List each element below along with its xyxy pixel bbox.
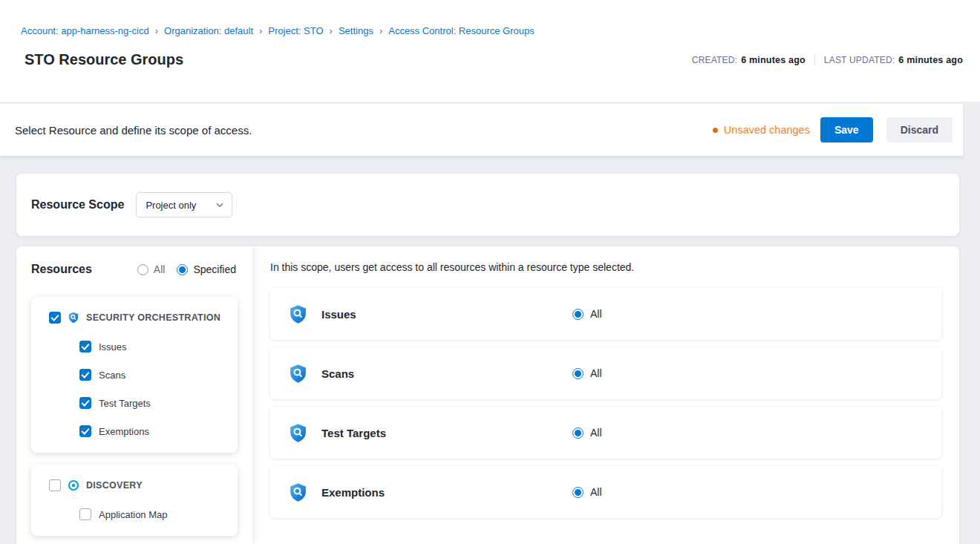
access-description: In this scope, users get access to all r… <box>270 261 941 273</box>
toolbar: Select Resource and define its scope of … <box>0 104 963 156</box>
issues-label: Issues <box>99 341 127 353</box>
sto-shield-icon <box>288 423 308 443</box>
sto-shield-icon <box>288 304 308 324</box>
last-updated-label: LAST UPDATED: <box>824 55 895 65</box>
access-all-label: All <box>590 427 602 439</box>
page-title: STO Resource Groups <box>24 51 183 68</box>
resources-title: Resources <box>31 263 92 276</box>
specified-radio[interactable] <box>177 264 188 275</box>
sto-shield-icon <box>68 312 79 324</box>
access-panel: In this scope, users get access to all r… <box>252 246 959 544</box>
breadcrumb-organization-link[interactable]: Organization: default <box>164 25 253 36</box>
resource-row-label: Issues <box>321 308 572 321</box>
exemptions-checkbox[interactable] <box>79 425 91 437</box>
resource-row-test-targets: Test Targets All <box>270 407 941 459</box>
sto-shield-icon <box>288 482 308 502</box>
resources-panel: Resources All Specified <box>16 246 252 544</box>
breadcrumb-separator: › <box>155 25 158 36</box>
breadcrumb-resource-groups-link[interactable]: Access Control: Resource Groups <box>388 25 535 36</box>
breadcrumb-separator: › <box>379 25 382 36</box>
resource-row-scans: Scans All <box>270 347 941 399</box>
main-content: Resource Scope Project only Resources Al… <box>0 156 963 544</box>
resource-item-exemptions: Exemptions <box>31 417 238 445</box>
resources-section: Resources All Specified <box>16 246 959 544</box>
resource-item-issues: Issues <box>31 332 238 361</box>
access-all-radio[interactable] <box>572 487 584 498</box>
resource-scope-selected-value: Project only <box>146 200 196 211</box>
created-label: CREATED: <box>692 55 737 65</box>
chevron-down-icon <box>215 200 224 209</box>
last-updated-value: 6 minutes ago <box>898 55 963 65</box>
scans-label: Scans <box>99 370 125 381</box>
breadcrumb-project-link[interactable]: Project: STO <box>268 25 323 36</box>
test-targets-label: Test Targets <box>99 398 151 409</box>
access-all-label: All <box>590 308 602 320</box>
page-header: Account: app-harness-ng-cicd › Organizat… <box>0 0 980 102</box>
resource-scope-dropdown[interactable]: Project only <box>136 192 232 217</box>
resource-group-security-orchestration: SECURITY ORCHESTRATION Issues Scans Test… <box>31 297 238 453</box>
access-all-label: All <box>590 367 602 379</box>
resource-scope-label: Resource Scope <box>31 198 124 212</box>
group-name: DISCOVERY <box>86 480 143 491</box>
unsaved-dot-icon <box>713 128 718 133</box>
discovery-icon <box>68 479 79 491</box>
breadcrumb: Account: app-harness-ng-cicd › Organizat… <box>21 25 963 36</box>
resource-group-discovery: DISCOVERY Application Map <box>31 465 238 536</box>
application-map-checkbox[interactable] <box>79 508 91 520</box>
resource-row-exemptions: Exemptions All <box>270 466 941 518</box>
breadcrumb-account-link[interactable]: Account: app-harness-ng-cicd <box>21 25 149 36</box>
breadcrumb-settings-link[interactable]: Settings <box>339 25 373 36</box>
meta-divider <box>814 55 815 65</box>
sto-shield-icon <box>288 364 308 384</box>
save-button[interactable]: Save <box>820 117 873 142</box>
group-name: SECURITY ORCHESTRATION <box>86 312 220 323</box>
meta-info: CREATED: 6 minutes ago LAST UPDATED: 6 m… <box>692 55 963 65</box>
access-all-label: All <box>590 486 602 498</box>
security-orchestration-checkbox[interactable] <box>49 312 61 324</box>
discard-button[interactable]: Discard <box>886 117 953 142</box>
scans-checkbox[interactable] <box>79 369 91 381</box>
resource-item-application-map: Application Map <box>31 500 238 528</box>
created-value: 6 minutes ago <box>741 55 806 65</box>
specified-radio-label: Specified <box>193 263 236 275</box>
test-targets-checkbox[interactable] <box>79 397 91 409</box>
resources-filter: All Specified <box>137 263 236 275</box>
all-radio-label: All <box>154 263 166 275</box>
application-map-label: Application Map <box>99 509 168 520</box>
unsaved-changes-label: Unsaved changes <box>724 124 810 136</box>
discovery-checkbox[interactable] <box>49 479 61 491</box>
resource-item-scans: Scans <box>31 361 238 389</box>
access-all-radio[interactable] <box>572 427 584 439</box>
all-radio[interactable] <box>137 264 148 275</box>
access-all-radio[interactable] <box>572 368 584 379</box>
toolbar-description: Select Resource and define its scope of … <box>15 124 252 137</box>
resources-filter-specified[interactable]: Specified <box>177 263 236 275</box>
issues-checkbox[interactable] <box>79 341 91 353</box>
resource-scope-card: Resource Scope Project only <box>16 174 959 236</box>
breadcrumb-separator: › <box>330 25 333 36</box>
resources-filter-all[interactable]: All <box>137 263 166 275</box>
breadcrumb-separator: › <box>259 25 262 36</box>
resource-groups-page: Account: app-harness-ng-cicd › Organizat… <box>0 0 980 544</box>
resource-row-issues: Issues All <box>270 288 941 340</box>
resource-row-label: Exemptions <box>321 486 572 499</box>
resource-row-label: Scans <box>321 367 572 380</box>
access-all-radio[interactable] <box>572 309 584 320</box>
resource-row-label: Test Targets <box>321 427 572 439</box>
resource-item-test-targets: Test Targets <box>31 389 238 417</box>
unsaved-changes-indicator: Unsaved changes <box>713 124 810 136</box>
exemptions-label: Exemptions <box>99 426 149 437</box>
